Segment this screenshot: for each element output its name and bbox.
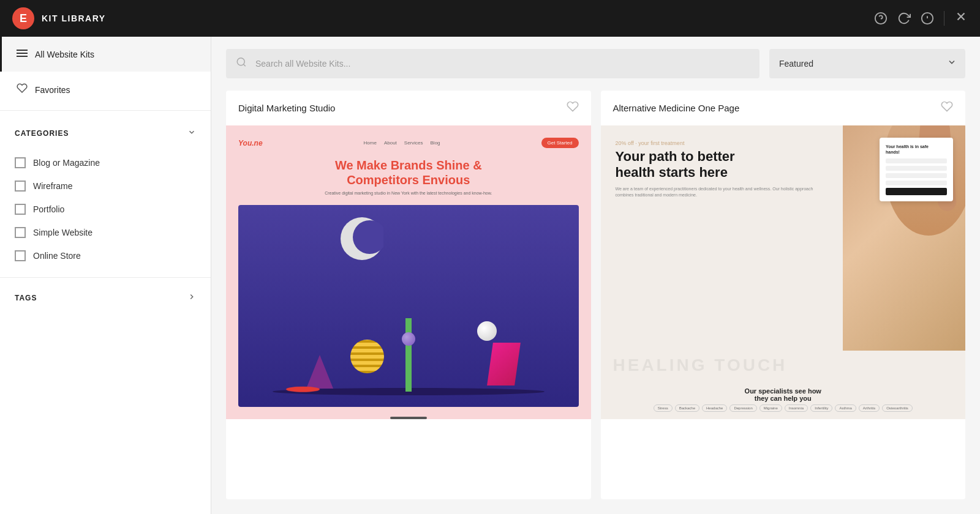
app-logo: E xyxy=(12,7,34,29)
category-label: Wireframe xyxy=(33,181,73,191)
sidebar-divider-2 xyxy=(0,277,211,278)
help-icon[interactable] xyxy=(874,12,888,25)
app-title: KIT LIBRARY xyxy=(42,13,106,23)
am-badge: 20% off · your first treatment xyxy=(616,140,829,146)
chevron-right-icon xyxy=(187,292,196,304)
am-healing-text: HEALING TOUCH xyxy=(601,351,966,380)
kit-card-header: Digital Marketing Studio xyxy=(226,91,591,125)
header-right xyxy=(874,10,968,27)
tags-section: TAGS xyxy=(0,280,211,316)
svg-point-10 xyxy=(237,58,244,65)
sort-select[interactable]: Featured Newest Oldest xyxy=(769,49,965,78)
chevron-down-icon xyxy=(187,128,196,139)
categories-title: CATEGORIES xyxy=(15,129,69,138)
kit-grid: Digital Marketing Studio You.ne Home Abo… xyxy=(211,91,980,514)
categories-toggle[interactable]: CATEGORIES xyxy=(15,128,196,139)
refresh-icon[interactable] xyxy=(897,12,911,25)
category-checkbox[interactable] xyxy=(15,227,26,238)
info-icon[interactable] xyxy=(921,12,934,25)
close-button[interactable] xyxy=(954,10,968,27)
category-checkbox[interactable] xyxy=(15,250,26,261)
sidebar-item-label: Favorites xyxy=(35,85,70,95)
category-checkbox[interactable] xyxy=(15,157,26,168)
category-portfolio[interactable]: Portfolio xyxy=(15,198,196,221)
search-container xyxy=(226,49,760,78)
kit-title: Alternative Medicine One Page xyxy=(613,103,740,113)
category-label: Online Store xyxy=(33,251,81,261)
search-icon xyxy=(236,57,247,71)
sidebar: All Website Kits Favorites CATEGORIES Bl… xyxy=(0,37,211,514)
sidebar-item-label: All Website Kits xyxy=(35,50,94,59)
content-toolbar: Featured Newest Oldest xyxy=(211,37,980,91)
svg-line-11 xyxy=(243,64,245,66)
main-layout: All Website Kits Favorites CATEGORIES Bl… xyxy=(0,37,980,514)
menu-icon xyxy=(17,48,28,61)
sidebar-divider xyxy=(0,110,211,111)
sidebar-item-favorites[interactable]: Favorites xyxy=(0,72,211,108)
category-label: Portfolio xyxy=(33,204,64,214)
favorite-button[interactable] xyxy=(941,100,953,116)
am-specialists-title: Our specialists see howthey can help you xyxy=(613,387,954,402)
search-input[interactable] xyxy=(226,49,760,78)
kit-preview-dms: You.ne Home About Services Blog Get Star… xyxy=(226,125,591,499)
am-condition-tags: Stress Backache Headache Depression Migr… xyxy=(613,404,954,412)
content-area: Featured Newest Oldest Digital Marketing… xyxy=(211,37,980,514)
category-checkbox[interactable] xyxy=(15,181,26,192)
category-label: Simple Website xyxy=(33,228,92,237)
category-simple-website[interactable]: Simple Website xyxy=(15,221,196,244)
am-booking-card: Your health is in safehands! xyxy=(880,138,953,201)
category-wireframe[interactable]: Wireframe xyxy=(15,174,196,198)
kit-card-am[interactable]: Alternative Medicine One Page 20% off · … xyxy=(601,91,966,499)
header-left: E KIT LIBRARY xyxy=(12,7,106,29)
kit-card-header: Alternative Medicine One Page xyxy=(601,91,966,125)
category-blog-magazine[interactable]: Blog or Magazine xyxy=(15,151,196,174)
category-online-store[interactable]: Online Store xyxy=(15,244,196,267)
categories-section: CATEGORIES Blog or Magazine Wireframe Po… xyxy=(0,113,211,275)
category-label: Blog or Magazine xyxy=(33,158,100,168)
kit-preview-am: 20% off · your first treatment Your path… xyxy=(601,125,966,499)
heart-icon xyxy=(17,83,28,97)
app-header: E KIT LIBRARY xyxy=(0,0,980,37)
tags-title: TAGS xyxy=(15,294,37,302)
sort-container: Featured Newest Oldest xyxy=(769,49,965,78)
favorite-button[interactable] xyxy=(567,100,579,116)
kit-title: Digital Marketing Studio xyxy=(238,103,335,113)
kit-card-dms[interactable]: Digital Marketing Studio You.ne Home Abo… xyxy=(226,91,591,499)
sidebar-item-all-kits[interactable]: All Website Kits xyxy=(0,37,211,72)
tags-toggle[interactable]: TAGS xyxy=(15,292,196,304)
category-checkbox[interactable] xyxy=(15,204,26,215)
header-divider xyxy=(944,11,944,26)
